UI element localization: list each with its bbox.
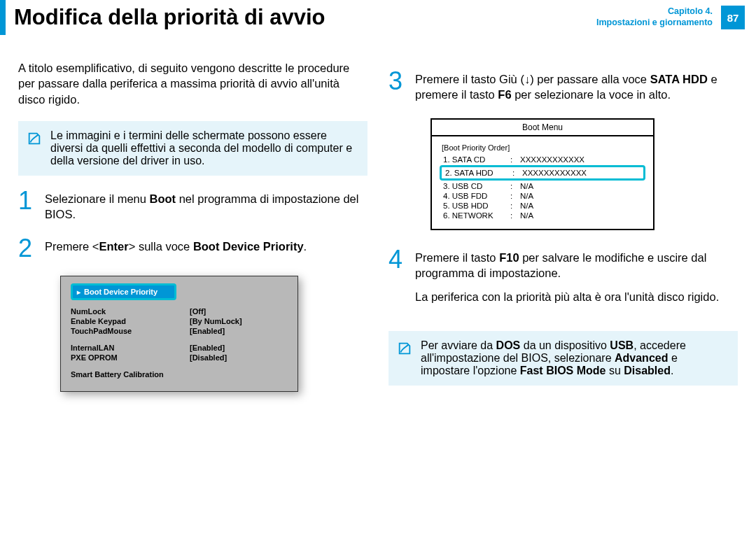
page-header: Modifica della priorità di avvio Capitol… <box>0 0 756 35</box>
step-number-2: 2 <box>18 237 36 260</box>
note-text-1: Le immagini e i termini delle schermate … <box>50 129 352 167</box>
bios2-row: 1. SATA CD:XXXXXXXXXXXX <box>442 155 643 164</box>
note-icon <box>27 131 42 146</box>
bios1-row: Enable Keypad[By NumLock] <box>71 317 288 325</box>
content-columns: A titolo esemplificativo, di seguito ven… <box>0 35 756 400</box>
step-1: 1 Selezionare il menu Boot nel programma… <box>18 190 368 223</box>
bios-screenshot-1: Boot Device Priority NumLock[Off] Enable… <box>60 276 298 392</box>
step-3: 3 Premere il tasto Giù (↓) per passare a… <box>388 70 738 103</box>
step-4-extra: La periferica con la priorità più alta è… <box>415 289 738 304</box>
header-right: Capitolo 4. Impostazioni e giornamento 8… <box>596 0 756 35</box>
page-title: Modifica della priorità di avvio <box>6 0 596 35</box>
page-number-badge: 87 <box>721 6 745 29</box>
step-body-4: Premere il tasto F10 per salvare le modi… <box>415 248 738 316</box>
bios1-highlight: Boot Device Priority <box>71 283 176 300</box>
step-4: 4 Premere il tasto F10 per salvare le mo… <box>388 248 738 316</box>
bios1-row: NumLock[Off] <box>71 307 288 316</box>
step-body-3: Premere il tasto Giù (↓) per passare all… <box>415 70 738 103</box>
bios1-row: InternalLAN[Enabled] <box>71 344 288 352</box>
intro-paragraph: A titolo esemplificativo, di seguito ven… <box>18 60 368 107</box>
bios2-row: 3. USB CD:N/A <box>442 181 643 191</box>
step-number-3: 3 <box>388 70 407 103</box>
left-column: A titolo esemplificativo, di seguito ven… <box>18 60 368 400</box>
step-number-1: 1 <box>18 190 36 223</box>
step-2: 2 Premere <Enter> sulla voce Boot Device… <box>18 237 368 260</box>
note-icon <box>397 341 412 356</box>
bios-screenshot-2: Boot Menu [Boot Priority Order] 1. SATA … <box>430 118 654 230</box>
note-box-2: Per avviare da DOS da un dispositivo USB… <box>388 331 738 386</box>
bios1-row: Smart Battery Calibration <box>71 370 288 379</box>
bios1-row: TouchPadMouse[Enabled] <box>71 327 288 335</box>
right-column: 3 Premere il tasto Giù (↓) per passare a… <box>388 60 738 400</box>
bios2-row: 6. NETWORK:N/A <box>442 211 643 220</box>
bios2-row: 5. USB HDD:N/A <box>442 201 643 211</box>
note-box-1: Le immagini e i termini delle schermate … <box>18 121 368 176</box>
chapter-label: Capitolo 4. Impostazioni e giornamento <box>596 6 713 28</box>
bios2-legend: [Boot Priority Order] <box>442 143 643 152</box>
bios2-highlight-row: 2. SATA HDD:XXXXXXXXXXXX <box>440 165 645 181</box>
header-accent-bar <box>0 0 6 35</box>
chapter-line2: Impostazioni e giornamento <box>596 17 713 29</box>
step-body-2: Premere <Enter> sulla voce Boot Device P… <box>45 237 368 260</box>
step-number-4: 4 <box>388 248 407 316</box>
bios2-row: 4. USB FDD:N/A <box>442 191 643 201</box>
step-body-1: Selezionare il menu Boot nel programma d… <box>45 190 368 223</box>
bios2-title: Boot Menu <box>432 120 653 136</box>
bios1-row: PXE OPROM[Disabled] <box>71 353 288 362</box>
chapter-line1: Capitolo 4. <box>596 6 713 17</box>
note-text-2: Per avviare da DOS da un dispositivo USB… <box>421 339 686 376</box>
